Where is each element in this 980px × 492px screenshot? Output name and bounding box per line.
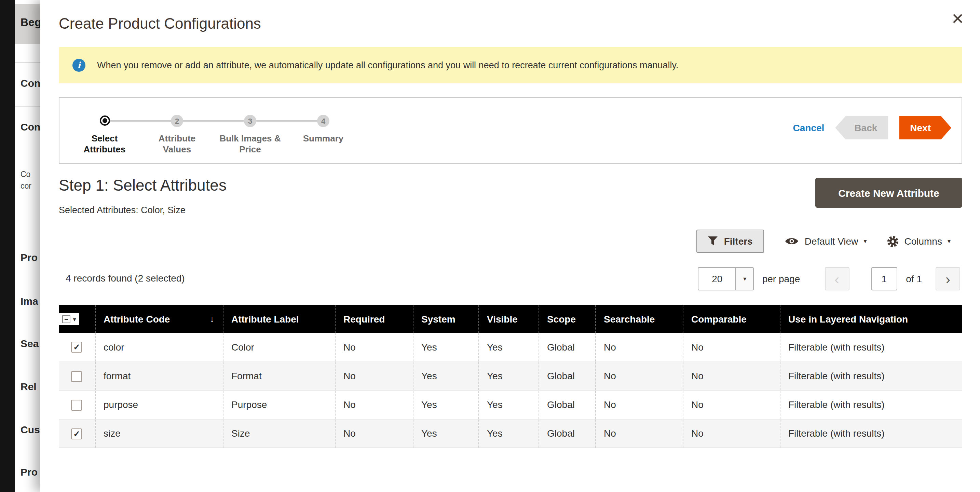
cell-system: Yes — [413, 390, 478, 419]
step-label-line: Attributes — [67, 145, 142, 156]
columns-control[interactable]: Columns ▾ — [887, 236, 951, 247]
cell-attribute-label: Purpose — [223, 390, 335, 419]
bg-section-fragment: Pro — [21, 252, 38, 263]
header-attribute-label[interactable]: Attribute Label — [223, 305, 335, 333]
cell-visible: Yes — [478, 361, 539, 390]
filter-icon — [708, 236, 718, 246]
bg-section-fragment: Cus — [21, 424, 40, 435]
header-system[interactable]: System — [413, 305, 478, 333]
cell-system: Yes — [413, 333, 478, 361]
checkbox-cell — [59, 361, 95, 390]
cell-required: No — [335, 333, 413, 361]
step-heading: Step 1: Select Attributes — [59, 176, 226, 195]
table-header-row: – ▾ Attribute Code ↓ Attribute Label Req… — [59, 305, 962, 333]
step-4-dot: 4 — [317, 115, 329, 127]
eye-icon — [785, 236, 799, 246]
header-attribute-code[interactable]: Attribute Code ↓ — [95, 305, 223, 333]
cell-layered-navigation: Filterable (with results) — [780, 361, 962, 390]
step-3-label: Bulk Images & Price — [213, 133, 288, 156]
cell-searchable: No — [595, 419, 683, 447]
header-label: Attribute Code — [103, 313, 170, 324]
cell-system: Yes — [413, 361, 478, 390]
table-row[interactable]: ✓ color Color No Yes Yes Global No No Fi… — [59, 333, 962, 361]
wizard-steps: 2 3 4 Select Attributes Attribute Values… — [59, 97, 962, 164]
cell-system: Yes — [413, 419, 478, 447]
close-icon[interactable]: × — [951, 8, 964, 29]
per-page-select[interactable]: 20 ▾ — [698, 267, 754, 290]
header-layered-navigation[interactable]: Use in Layered Navigation — [780, 305, 962, 333]
select-all-checkbox: – — [62, 315, 70, 323]
step-4-label: Summary — [286, 133, 361, 145]
next-button[interactable]: Next — [899, 116, 951, 139]
cell-attribute-label: Color — [223, 333, 335, 361]
notice-text: When you remove or add an attribute, we … — [97, 60, 678, 70]
records-count: 4 records found (2 selected) — [65, 273, 185, 283]
header-scope[interactable]: Scope — [539, 305, 595, 333]
attributes-table: – ▾ Attribute Code ↓ Attribute Label Req… — [59, 305, 962, 448]
checkbox-cell — [59, 390, 95, 419]
cell-comparable: No — [683, 361, 780, 390]
view-switcher[interactable]: Default View ▾ — [785, 236, 867, 247]
chevron-right-icon: › — [945, 272, 950, 286]
info-icon: i — [72, 59, 86, 72]
filters-button[interactable]: Filters — [697, 229, 764, 253]
header-visible[interactable]: Visible — [478, 305, 539, 333]
step-label-line: Attribute — [139, 133, 215, 145]
step-1-label: Select Attributes — [67, 133, 142, 156]
columns-label: Columns — [904, 236, 942, 247]
table-row[interactable]: purpose Purpose No Yes Yes Global No No … — [59, 390, 962, 419]
step-label-line: Summary — [286, 133, 361, 145]
back-button[interactable]: Back — [835, 116, 888, 139]
row-checkbox[interactable] — [72, 371, 82, 382]
row-checkbox[interactable]: ✓ — [72, 428, 82, 439]
chevron-left-icon: ‹ — [834, 272, 839, 286]
table-row[interactable]: format Format No Yes Yes Global No No Fi… — [59, 361, 962, 390]
table-row[interactable]: ✓ size Size No Yes Yes Global No No Filt… — [59, 419, 962, 447]
page-number-input[interactable]: 1 — [871, 267, 897, 290]
row-checkbox[interactable]: ✓ — [72, 342, 82, 353]
bg-section-fragment: Pro — [21, 466, 38, 478]
cell-searchable: No — [595, 361, 683, 390]
dash-icon: – — [64, 316, 68, 323]
step-1-dot-active — [100, 115, 110, 126]
create-product-configurations-modal: Create Product Configurations × i When y… — [40, 0, 980, 492]
header-required[interactable]: Required — [335, 305, 413, 333]
step-label-line: Bulk Images & — [213, 133, 288, 145]
bg-section-fragment: Rel — [21, 381, 37, 392]
row-checkbox[interactable] — [72, 400, 82, 410]
cell-layered-navigation: Filterable (with results) — [780, 390, 962, 419]
cell-searchable: No — [595, 390, 683, 419]
per-page-label: per page — [762, 273, 800, 284]
cell-scope: Global — [539, 390, 595, 419]
bg-section-fragment: Con — [21, 121, 40, 132]
cell-scope: Global — [539, 333, 595, 361]
step-2-dot: 2 — [171, 115, 183, 127]
cell-attribute-code: size — [95, 419, 223, 447]
create-new-attribute-button[interactable]: Create New Attribute — [815, 178, 962, 208]
bg-page-title-fragment: Beg — [21, 16, 40, 29]
header-comparable[interactable]: Comparable — [683, 305, 780, 333]
checkbox-cell: ✓ — [59, 419, 95, 447]
divider — [15, 62, 40, 63]
next-page-button[interactable]: › — [935, 267, 960, 290]
previous-page-button[interactable]: ‹ — [824, 267, 849, 290]
header-searchable[interactable]: Searchable — [595, 305, 683, 333]
cell-layered-navigation: Filterable (with results) — [780, 419, 962, 447]
cell-attribute-label: Size — [223, 419, 335, 447]
caret-down-icon: ▾ — [736, 268, 754, 290]
cell-attribute-code: format — [95, 361, 223, 390]
pagination: 20 ▾ per page ‹ 1 of 1 › — [698, 267, 960, 290]
divider — [15, 106, 40, 107]
cancel-link[interactable]: Cancel — [793, 122, 824, 133]
gear-icon — [887, 236, 899, 247]
cell-attribute-label: Format — [223, 361, 335, 390]
cell-comparable: No — [683, 419, 780, 447]
bg-section-fragment: Sea — [21, 338, 38, 349]
bg-text-fragment: cor — [21, 182, 32, 190]
cell-comparable: No — [683, 333, 780, 361]
select-all-dropdown[interactable]: – ▾ — [59, 313, 79, 325]
cell-searchable: No — [595, 333, 683, 361]
step-label-line: Select — [67, 133, 142, 145]
cell-required: No — [335, 390, 413, 419]
caret-down-icon: ▾ — [948, 238, 951, 245]
